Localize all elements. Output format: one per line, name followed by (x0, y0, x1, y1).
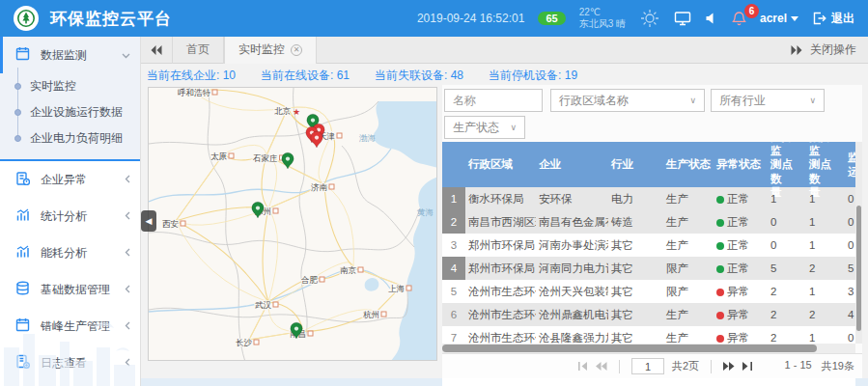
page-number-input[interactable] (631, 358, 664, 374)
tab-首页[interactable]: 首页 (172, 37, 224, 64)
svg-text:北京: 北京 (274, 106, 292, 116)
status-dot-icon (716, 335, 724, 343)
table-header-row: 行政区域企业行业生产状态异常状态产污监 测点数 量治污监 测点数 量监 运行 (442, 142, 855, 187)
sidebar-item-5[interactable]: 基础数据管理 (0, 271, 140, 308)
svg-text:太原: 太原 (210, 152, 228, 161)
cell-production-status: 生产 (663, 238, 714, 253)
column-header[interactable]: 产污监 测点数 量 (768, 142, 806, 187)
app-header: 环保监控云平台 2019-09-24 16:52:01 65 22℃东北风3 晴 (0, 0, 868, 37)
calendar-icon (15, 46, 30, 64)
cell-running-count: 0 (845, 216, 855, 228)
sidebar-item-3[interactable]: 统计分析 (0, 198, 140, 234)
table-row[interactable]: 2南昌市西湖区环保南昌有色金属有限铸造生产正常010 (442, 210, 855, 234)
chevron-left-icon (125, 209, 130, 223)
chevron-down-icon: ∨ (689, 96, 696, 105)
table-row[interactable]: 6沧州市生态环保局沧州鼎鑫机电设备其它生产异常224 (442, 303, 855, 326)
prev-page-button[interactable] (596, 362, 607, 371)
cell-treatment-points: 1 (806, 286, 845, 297)
status-dot-icon (716, 312, 724, 319)
cell-pollution-points: 2 (768, 309, 806, 320)
china-map[interactable]: 呼和浩特北京★天津太原石家庄济南西安郑州南京合肥上海武汉杭州长沙南昌渤海黄海 (148, 87, 437, 361)
table-row[interactable]: 5沧州市生态环保局沧州天兴包装制品其它限产异常213 (442, 280, 855, 303)
column-header[interactable]: 异常状态 (714, 142, 768, 187)
speaker-icon[interactable] (705, 12, 718, 25)
svg-text:上海: 上海 (388, 284, 406, 293)
tab-label: 首页 (186, 41, 210, 58)
tab-label: 实时监控 (238, 41, 285, 58)
column-header[interactable]: 行业 (608, 142, 663, 187)
production-select-value: 生产状态 (453, 120, 510, 136)
sidebar-item-4[interactable]: 能耗分析 (0, 234, 140, 271)
region-select[interactable]: 行政区域名称 ∨ (550, 89, 705, 112)
cell-company: 南昌有色金属有限 (536, 215, 608, 230)
last-page-button[interactable] (742, 362, 753, 371)
notifications-bell-icon[interactable]: 6 (732, 11, 746, 26)
sidebar-item-2[interactable]: 企业异常 (0, 161, 140, 198)
map-panel-collapse-button[interactable]: ◀ (141, 210, 156, 232)
row-index: 5 (442, 280, 465, 303)
cell-company: 河南办事处演示 (536, 238, 608, 253)
status-dot-icon (716, 219, 724, 227)
table-vertical-scrollbar[interactable] (855, 142, 862, 344)
sidebar-subitem[interactable]: 实时监控 (0, 73, 140, 99)
status-dot-icon (716, 196, 724, 204)
cell-treatment-points: 2 (806, 309, 845, 320)
cell-pollution-points: 5 (768, 262, 806, 274)
sidebar-item-6[interactable]: 错峰生产管理 (0, 308, 140, 345)
table-row[interactable]: 4郑州市环保局河南同力电力设计其它限产正常525 (442, 257, 855, 280)
tabs-scroll-right-icon (791, 45, 802, 55)
cell-production-status: 限产 (663, 285, 714, 299)
monitor-icon[interactable] (674, 11, 691, 26)
column-header[interactable]: 监 运行 (845, 142, 855, 187)
status-dot-icon (716, 242, 724, 250)
sidebar-item-label: 错峰生产管理 (41, 318, 110, 335)
industry-select[interactable]: 所有行业 ∨ (711, 89, 825, 112)
app-logo-icon (14, 6, 39, 31)
bar-chart-icon (15, 207, 30, 225)
table-row[interactable]: 3郑州市环保局河南办事处演示其它生产正常010 (442, 234, 855, 257)
tabs-scroll-left-icon[interactable] (141, 45, 172, 55)
column-header[interactable]: 治污监 测点数 量 (806, 142, 845, 187)
close-operations-dropdown[interactable]: 关闭操作 (791, 41, 868, 58)
row-range-label: 1 - 15 (785, 359, 812, 373)
sidebar-item-label: 能耗分析 (41, 245, 87, 262)
tab-实时监控[interactable]: 实时监控✕ (224, 37, 317, 64)
cell-company: 河南同力电力设计 (536, 262, 608, 276)
sidebar-subitem[interactable]: 企业设施运行数据 (0, 99, 140, 125)
column-header[interactable]: 行政区域 (465, 142, 536, 187)
sidebar-item-7[interactable]: 日志查看 (0, 345, 140, 381)
stat-当前停机设备: 当前停机设备: 19 (489, 68, 577, 84)
cell-running-count: 5 (845, 262, 855, 274)
column-header[interactable]: 企业 (536, 142, 608, 187)
next-page-button[interactable] (723, 362, 735, 371)
svg-text:武汉: 武汉 (255, 300, 272, 310)
sidebar-item-1[interactable]: 数据监测 (0, 37, 140, 73)
svg-text:合肥: 合肥 (300, 275, 319, 285)
tab-bar: 首页实时监控✕ 关闭操作 (141, 37, 868, 64)
svg-text:杭州: 杭州 (363, 310, 379, 319)
cell-treatment-points: 1 (806, 332, 845, 344)
column-header[interactable]: 生产状态 (663, 142, 714, 187)
name-search-input[interactable] (444, 89, 543, 112)
user-menu[interactable]: acrel (760, 12, 798, 25)
datetime-label: 2019-09-24 16:52:01 (417, 12, 524, 25)
total-pages-label: 共2页 (672, 359, 699, 373)
page-title: 环保监控云平台 (50, 8, 172, 30)
svg-text:济南: 济南 (311, 182, 328, 192)
sidebar-subitem[interactable]: 企业电力负荷明细 (0, 125, 140, 152)
cell-region: 沧州市生态环保局 (465, 308, 536, 322)
chevron-left-icon (125, 173, 130, 186)
status-dot-icon (716, 289, 724, 296)
close-operations-label: 关闭操作 (810, 41, 856, 58)
first-page-button[interactable] (577, 362, 588, 371)
cell-pollution-points: 1 (768, 193, 806, 205)
chevron-down-icon: ∨ (809, 96, 816, 105)
cell-region: 衡水环保局 (465, 192, 536, 207)
logout-button[interactable]: 退出 (812, 11, 854, 27)
cell-abnormal-status: 异常 (714, 308, 768, 322)
tab-close-icon[interactable]: ✕ (291, 44, 302, 56)
cell-production-status: 生产 (663, 308, 714, 322)
production-status-select[interactable]: 生产状态 ∨ (444, 116, 525, 139)
sun-icon (639, 8, 660, 29)
table-horizontal-scrollbar[interactable] (442, 344, 855, 353)
